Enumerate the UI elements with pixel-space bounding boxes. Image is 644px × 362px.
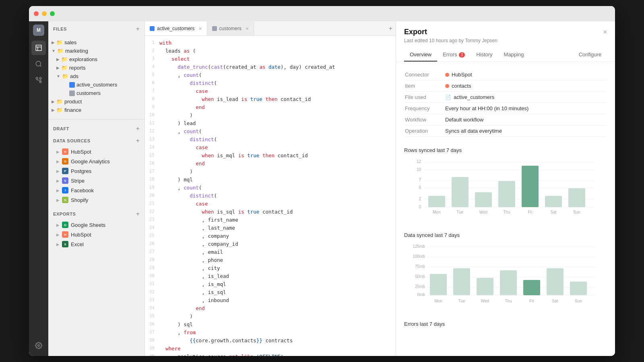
- frequency-row: Frequency Every hour at HH:00 (in 10 min…: [405, 103, 606, 114]
- folder-reports[interactable]: ▶ 📁 reports: [48, 64, 144, 72]
- folder-product[interactable]: ▶ 📁 product: [48, 97, 144, 106]
- folder-ads[interactable]: ▼ 📁 ads: [48, 72, 144, 80]
- x-label-mon: Mon: [434, 299, 442, 303]
- panel-subtitle: Last edited 10 hours ago by Tommy Jepsen: [404, 38, 607, 43]
- operation-value: Syncs all data everytime: [445, 128, 606, 134]
- line-number: 39: [145, 345, 159, 353]
- line-number: 37: [145, 329, 159, 337]
- panel-tabs: Overview Errors3 History Mapping Configu…: [404, 48, 607, 62]
- x-label-wed: Wed: [481, 299, 489, 303]
- code-editor[interactable]: 1with 2 leads as ( 3 select 4 date_trunc…: [145, 36, 396, 356]
- files-header: FILES: [53, 27, 67, 31]
- line-content: , count(: [159, 71, 396, 79]
- line-content: , inbound: [159, 296, 396, 304]
- folder-icon: 📁: [56, 39, 63, 45]
- line-number: 35: [145, 313, 159, 321]
- item-value: contacts: [445, 83, 606, 89]
- close-tab-button[interactable]: ×: [246, 25, 249, 32]
- datasource-shopify[interactable]: ▶ S Shopify: [48, 195, 144, 205]
- minimize-dot[interactable]: [42, 11, 47, 16]
- item-label: Item: [405, 83, 445, 89]
- folder-sales[interactable]: ▶ 📁 sales: [48, 38, 144, 47]
- line-number: 17: [145, 168, 159, 176]
- svg-text:50mb: 50mb: [415, 274, 425, 279]
- tab-bar: active_customers × customers × +: [145, 21, 396, 36]
- line-number: 1: [145, 39, 159, 47]
- line-content: , city: [159, 264, 396, 272]
- x-label-fri: Fri: [529, 299, 534, 303]
- operation-label: Operation: [405, 128, 445, 134]
- file-active-customers[interactable]: active_customers: [48, 80, 144, 89]
- folder-explorations[interactable]: ▶ 📁 explorations: [48, 55, 144, 64]
- svg-text:75mb: 75mb: [415, 264, 425, 269]
- activity-bar: M: [29, 21, 48, 356]
- maximize-dot[interactable]: [50, 11, 55, 16]
- folder-label: explorations: [69, 56, 141, 62]
- avatar[interactable]: M: [33, 25, 44, 36]
- tab-active-customers[interactable]: active_customers ×: [145, 21, 207, 35]
- bar-tue: [452, 177, 469, 207]
- x-label-thu: Thu: [503, 210, 510, 214]
- frequency-value: Every hour at HH:00 (in 10 minutes): [445, 105, 606, 111]
- add-draft-button[interactable]: +: [136, 125, 140, 132]
- datasource-label: Shopify: [71, 197, 88, 203]
- activity-settings[interactable]: [31, 338, 46, 353]
- x-label-sat: Sat: [552, 299, 558, 303]
- line-number: 32: [145, 288, 159, 296]
- folder-label: ads: [70, 73, 141, 79]
- add-file-button[interactable]: +: [136, 25, 140, 33]
- file-customers[interactable]: customers: [48, 89, 144, 97]
- postgres-logo: P: [62, 168, 68, 174]
- export-hubspot[interactable]: ▶ H HubSpot: [48, 230, 144, 239]
- close-tab-button[interactable]: ×: [198, 25, 202, 32]
- rows-chart-title: Rows synced last 7 days: [404, 147, 607, 153]
- folder-finance[interactable]: ▶ 📁 finance: [48, 106, 144, 114]
- line-content: , email: [159, 248, 396, 256]
- datasource-hubspot[interactable]: ▶ H HubSpot: [48, 147, 144, 156]
- tab-customers[interactable]: customers ×: [207, 21, 254, 35]
- gsheets-logo: G: [62, 222, 68, 228]
- add-tab-button[interactable]: +: [386, 21, 396, 35]
- line-number: 10: [145, 111, 159, 119]
- activity-search[interactable]: [31, 57, 46, 71]
- datasource-facebook[interactable]: ▶ f Facebook: [48, 185, 144, 195]
- editor-area: active_customers × customers × + 1with 2…: [145, 21, 396, 356]
- add-export-button[interactable]: +: [136, 210, 140, 218]
- file-tab-icon: [150, 26, 155, 31]
- line-content: when is_lead is true then contact_id: [159, 95, 396, 103]
- configure-button[interactable]: Configure: [573, 48, 607, 62]
- panel-close-button[interactable]: ×: [603, 29, 607, 36]
- file-label: File used: [405, 94, 445, 100]
- line-content: distinct(: [159, 192, 396, 200]
- export-gsheets[interactable]: ▶ G Google Sheets: [48, 220, 144, 230]
- tab-history[interactable]: History: [471, 48, 498, 62]
- tab-mapping[interactable]: Mapping: [498, 48, 530, 62]
- export-excel[interactable]: ▶ X Excel: [48, 239, 144, 249]
- activity-files[interactable]: [31, 41, 46, 55]
- close-dot[interactable]: [34, 11, 39, 16]
- line-content: , last_name: [159, 224, 396, 232]
- line-number: 9: [145, 103, 159, 111]
- line-content: , from: [159, 329, 396, 337]
- line-number: 18: [145, 176, 159, 184]
- x-label-fri: Fri: [528, 210, 533, 214]
- tab-errors[interactable]: Errors3: [437, 48, 471, 62]
- activity-git[interactable]: [31, 73, 46, 87]
- line-number: 19: [145, 184, 159, 192]
- svg-point-2: [36, 77, 38, 79]
- datasource-ga[interactable]: ▶ G Google Analytics: [48, 156, 144, 166]
- datasource-postgres[interactable]: ▶ P Postgres: [48, 166, 144, 176]
- add-datasource-button[interactable]: +: [136, 137, 140, 144]
- bar-sat: [545, 196, 562, 207]
- line-number: 26: [145, 240, 159, 248]
- x-label-mon: Mon: [433, 210, 440, 214]
- datasource-stripe[interactable]: ▶ S Stripe: [48, 176, 144, 185]
- svg-point-0: [36, 61, 41, 66]
- x-label-thu: Thu: [505, 299, 512, 303]
- folder-marketing[interactable]: ▼ 📁 marketing: [48, 47, 144, 55]
- line-content: ) lead: [159, 119, 396, 128]
- tab-overview[interactable]: Overview: [404, 48, 437, 62]
- chevron-icon: ▶: [56, 66, 60, 70]
- svg-text:125mb: 125mb: [413, 244, 425, 249]
- line-content: case: [159, 87, 396, 95]
